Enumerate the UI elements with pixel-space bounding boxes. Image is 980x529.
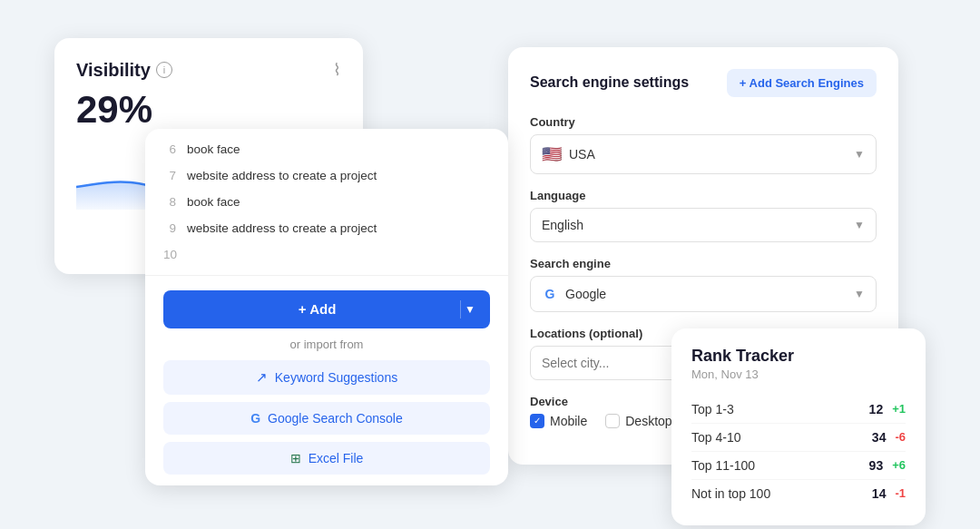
list-item: 6 book face: [145, 136, 508, 162]
google-icon: G: [250, 411, 260, 426]
import-label: or import from: [163, 338, 490, 351]
mobile-checkbox[interactable]: ✓ Mobile: [530, 414, 587, 428]
list-item: 9 website address to create a project: [145, 215, 508, 241]
flag-icon: 🇺🇸: [542, 144, 562, 164]
list-item: 10: [145, 241, 508, 268]
keyword-panel: 6 book face 7 website address to create …: [145, 129, 508, 485]
search-engine-group: Search engine G Google ▼: [530, 257, 877, 312]
search-engine-label: Search engine: [530, 257, 877, 270]
rank-row-top4-10: Top 4-10 34 -6: [691, 424, 906, 452]
suggestions-icon: ↗: [256, 369, 268, 386]
add-button[interactable]: + Add ▼: [163, 290, 490, 328]
excel-file-button[interactable]: ⊞ Excel File: [163, 442, 490, 475]
search-engine-select[interactable]: G Google ▼: [530, 276, 877, 312]
excel-icon: ⊞: [290, 451, 301, 465]
language-label: Language: [530, 189, 877, 202]
google-icon: G: [542, 286, 558, 302]
rank-row-top11-100: Top 11-100 93 +6: [691, 452, 906, 480]
chevron-down-icon: ▼: [854, 148, 865, 161]
unchecked-icon: [605, 414, 620, 428]
rank-tracker-card: Rank Tracker Mon, Nov 13 Top 1-3 12 +1 T…: [671, 328, 926, 525]
checked-icon: ✓: [530, 414, 544, 428]
rank-tracker-title: Rank Tracker: [691, 347, 906, 366]
visibility-title: Visibility: [76, 60, 151, 81]
settings-title: Search engine settings: [530, 74, 689, 91]
chevron-down-icon: ▼: [854, 219, 865, 231]
rank-row-not-in-top: Not in top 100 14 -1: [691, 480, 906, 507]
keyword-suggestions-button[interactable]: ↗ Keyword Suggestions: [163, 360, 490, 395]
language-group: Language English ▼: [530, 189, 877, 242]
keyword-list: 6 book face 7 website address to create …: [145, 129, 508, 276]
language-select[interactable]: English ▼: [530, 208, 877, 242]
visibility-percent: 29%: [76, 88, 341, 132]
country-label: Country: [530, 115, 877, 129]
country-select[interactable]: 🇺🇸 USA ▼: [530, 134, 877, 174]
google-search-console-button[interactable]: G Google Search Console: [163, 402, 490, 435]
list-item: 7 website address to create a project: [145, 162, 508, 189]
chevron-down-icon: ▼: [854, 288, 865, 300]
settings-header: Search engine settings + Add Search Engi…: [530, 69, 877, 97]
add-search-engines-button[interactable]: + Add Search Engines: [727, 69, 877, 97]
rank-row-top1-3: Top 1-3 12 +1: [691, 396, 906, 424]
visibility-header: Visibility i ⌇: [76, 60, 341, 81]
info-icon[interactable]: i: [156, 62, 172, 78]
trend-icon[interactable]: ⌇: [333, 60, 341, 80]
list-item: 8 book face: [145, 189, 508, 215]
rank-tracker-date: Mon, Nov 13: [691, 367, 906, 381]
keyword-actions: + Add ▼ or import from ↗ Keyword Suggest…: [145, 276, 508, 485]
chevron-down-icon: ▼: [465, 303, 475, 316]
desktop-checkbox[interactable]: Desktop: [605, 414, 671, 428]
country-group: Country 🇺🇸 USA ▼: [530, 115, 877, 174]
